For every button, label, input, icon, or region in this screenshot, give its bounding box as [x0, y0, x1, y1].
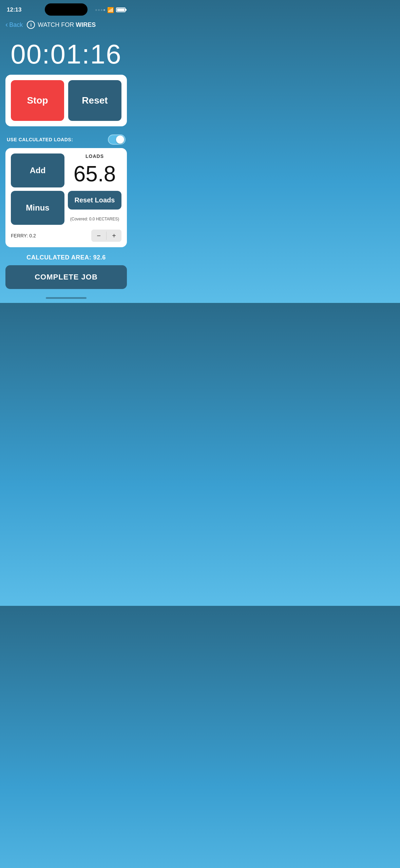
back-chevron-icon: ‹: [5, 20, 8, 29]
info-icon: i: [27, 21, 35, 29]
stop-button[interactable]: Stop: [11, 80, 64, 121]
add-button[interactable]: Add: [11, 153, 64, 187]
home-indicator: [46, 297, 87, 299]
status-right: 📶: [95, 7, 126, 13]
covered-text: (Covered: 0.0 HECTARES): [68, 217, 121, 221]
battery-icon: [116, 7, 126, 12]
ferry-stepper: − +: [91, 230, 121, 242]
loads-label: LOADS: [68, 153, 121, 159]
watch-for-text: WATCH FOR WIRES: [38, 21, 96, 29]
control-card: Stop Reset: [5, 75, 127, 126]
timer-display: 00:01:16: [0, 33, 132, 75]
loads-value: 65.8: [68, 162, 121, 186]
complete-job-button[interactable]: COMPLETE JOB: [5, 265, 127, 289]
reset-button[interactable]: Reset: [68, 80, 121, 121]
toggle-row: USE CALCULATED LOADS:: [0, 132, 132, 148]
stepper-minus-button[interactable]: −: [91, 230, 106, 242]
minus-button[interactable]: Minus: [11, 191, 64, 225]
watch-for-bold: WIRES: [76, 21, 96, 28]
back-label: Back: [9, 21, 23, 29]
nav-center: i WATCH FOR WIRES: [27, 21, 96, 29]
timer-value: 00:01:16: [5, 41, 127, 68]
nav-bar: ‹ Back i WATCH FOR WIRES: [0, 17, 132, 33]
calculated-loads-toggle[interactable]: [108, 134, 126, 145]
ferry-row: FERRY: 0.2 − +: [11, 228, 121, 242]
dynamic-island: [45, 3, 88, 16]
toggle-label: USE CALCULATED LOADS:: [7, 137, 73, 142]
status-time: 12:13: [7, 6, 21, 13]
signal-icon: [95, 9, 105, 11]
loads-card: Add LOADS 65.8 Reset Loads Minus (Covere…: [5, 148, 127, 247]
back-button[interactable]: ‹ Back: [5, 20, 23, 29]
calculated-area: CALCULATED AREA: 92.6: [0, 253, 132, 265]
reset-loads-button[interactable]: Reset Loads: [68, 191, 121, 210]
wifi-icon: 📶: [107, 7, 114, 13]
stepper-plus-button[interactable]: +: [107, 230, 121, 242]
ferry-label: FERRY: 0.2: [11, 233, 36, 238]
